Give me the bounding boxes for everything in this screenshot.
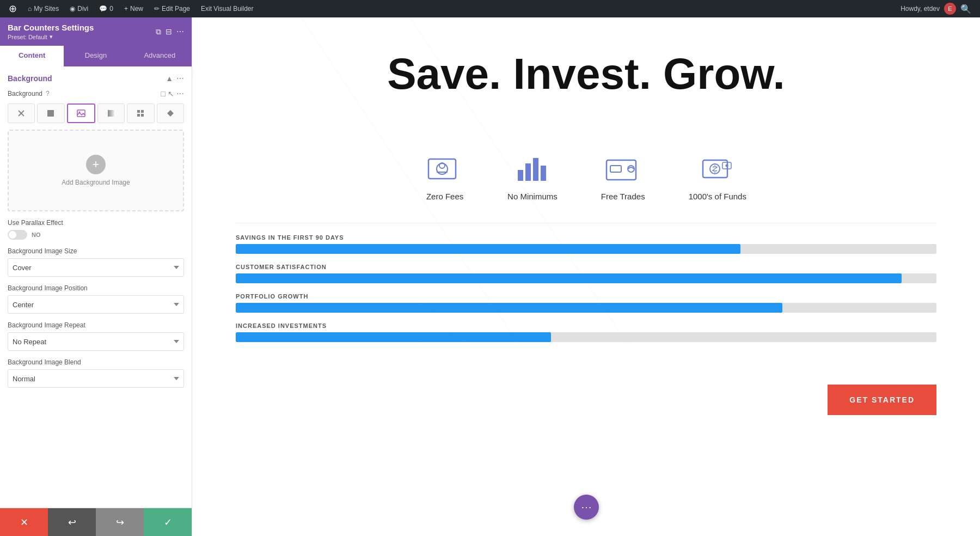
desktop-icon[interactable]: □ xyxy=(161,89,166,98)
cancel-button[interactable]: ✕ xyxy=(0,508,48,536)
edit-page-btn[interactable]: ✏ Edit Page xyxy=(150,0,194,17)
background-row-icons: □ ↖ ⋯ xyxy=(161,89,184,98)
stat-bar-fill-0 xyxy=(236,244,740,254)
fab-button[interactable]: ⋯ xyxy=(574,495,599,520)
bg-repeat-select[interactable]: No Repeat Repeat Repeat X Repeat Y Space… xyxy=(8,332,184,351)
tab-content[interactable]: Content xyxy=(0,46,64,66)
svg-rect-8 xyxy=(137,114,140,117)
background-row: Background ? □ ↖ ⋯ xyxy=(8,89,184,98)
stat-label-2: PORTFOLIO GROWTH xyxy=(236,293,936,300)
svg-rect-23 xyxy=(541,166,546,181)
stat-bar-fill-2 xyxy=(236,303,782,313)
main-layout: Bar Counters Settings Preset: Default ▾ … xyxy=(0,17,980,536)
comment-icon: 💬 xyxy=(99,5,107,13)
undo-button[interactable]: ↩ xyxy=(48,508,96,536)
no-minimums-icon xyxy=(513,153,552,185)
cta-button[interactable]: GET STARTED xyxy=(828,385,936,415)
cancel-icon: ✕ xyxy=(20,516,28,528)
collapse-icon[interactable]: ▲ xyxy=(166,74,173,83)
svg-rect-5 xyxy=(108,110,114,117)
stats-section: SAVINGS IN THE FIRST 90 DAYS CUSTOMER SA… xyxy=(192,223,980,374)
parallax-toggle-label: NO xyxy=(32,232,41,238)
plus-icon: + xyxy=(124,5,128,13)
user-avatar-icon: E xyxy=(944,3,956,15)
pencil-icon: ✏ xyxy=(154,5,160,13)
stat-bar-fill-3 xyxy=(236,332,551,342)
zero-fees-icon xyxy=(426,153,464,185)
bg-type-gradient[interactable] xyxy=(97,103,125,123)
sidebar-body: Background ▲ ⋯ Background ? □ ↖ ⋯ xyxy=(0,66,192,508)
background-image-upload[interactable]: + Add Background Image xyxy=(8,130,184,211)
hero-section: Save. Invest. Grow. xyxy=(192,17,980,142)
new-menu[interactable]: + New xyxy=(120,0,148,17)
more-icon[interactable]: ⋯ xyxy=(176,89,184,98)
free-trades-icon xyxy=(604,153,642,185)
save-button[interactable]: ✓ xyxy=(144,508,192,536)
stat-bar-bg-2 xyxy=(236,303,936,313)
section-header-controls: ▲ ⋯ xyxy=(166,74,184,83)
svg-rect-9 xyxy=(141,114,144,117)
sidebar-header-controls: ⧉ ⊟ ⋯ xyxy=(156,27,184,36)
bg-type-pattern[interactable] xyxy=(127,103,154,123)
bg-repeat-label: Background Image Repeat xyxy=(8,321,184,329)
bg-blend-select[interactable]: Normal Multiply Screen Overlay Darken Li… xyxy=(8,369,184,388)
svg-rect-21 xyxy=(525,163,531,181)
tab-design[interactable]: Design xyxy=(64,46,127,66)
undo-icon: ↩ xyxy=(68,516,76,528)
window-icon[interactable]: ⧉ xyxy=(156,27,161,36)
tab-advanced[interactable]: Advanced xyxy=(128,46,192,66)
bg-size-label: Background Image Size xyxy=(8,247,184,255)
bg-size-field: Background Image Size Cover Contain Auto… xyxy=(8,247,184,277)
stat-bar-bg-1 xyxy=(236,273,936,283)
sidebar-preset[interactable]: Preset: Default ▾ xyxy=(8,33,94,40)
bg-size-select[interactable]: Cover Contain Auto Custom xyxy=(8,258,184,277)
bg-type-mask[interactable] xyxy=(157,103,184,123)
stat-row-1: CUSTOMER SATISFACTION xyxy=(236,264,936,283)
comments-menu[interactable]: 💬 0 xyxy=(95,0,118,17)
parallax-toggle[interactable] xyxy=(8,230,27,240)
bg-type-image[interactable] xyxy=(67,103,95,123)
exit-builder-btn[interactable]: Exit Visual Builder xyxy=(197,0,258,17)
parallax-toggle-row: NO xyxy=(8,230,184,240)
sidebar-title: Bar Counters Settings xyxy=(8,23,94,32)
divi-icon: ◉ xyxy=(70,5,75,13)
canvas: Save. Invest. Grow. Zero Fees xyxy=(192,17,980,536)
zero-fees-label: Zero Fees xyxy=(426,192,463,201)
my-sites-menu[interactable]: ⌂ My Sites xyxy=(23,0,63,17)
no-minimums-label: No Minimums xyxy=(507,192,558,201)
search-icon[interactable]: 🔍 xyxy=(960,4,971,14)
features-section: Zero Fees No Minimums xyxy=(192,142,980,223)
divi-menu[interactable]: ◉ Divi xyxy=(65,0,93,17)
help-icon[interactable]: ? xyxy=(46,90,50,98)
stat-bar-bg-3 xyxy=(236,332,936,342)
wp-logo-icon[interactable]: ⊕ xyxy=(4,3,21,15)
section-options-icon[interactable]: ⋯ xyxy=(176,74,184,83)
feature-funds: 1000's of Funds xyxy=(689,153,746,201)
redo-icon: ↪ xyxy=(116,516,124,528)
checkmark-icon: ✓ xyxy=(164,516,172,528)
parallax-label: Use Parallax Effect xyxy=(8,219,184,227)
bg-type-none[interactable] xyxy=(8,103,35,123)
background-label: Background xyxy=(8,90,42,98)
free-trades-label: Free Trades xyxy=(601,192,645,201)
parallax-field: Use Parallax Effect NO xyxy=(8,219,184,240)
hero-title: Save. Invest. Grow. xyxy=(236,50,936,98)
home-icon: ⌂ xyxy=(28,5,32,13)
panel-icon[interactable]: ⊟ xyxy=(166,27,172,36)
more-options-icon[interactable]: ⋯ xyxy=(176,27,184,36)
bg-position-field: Background Image Position Center Top Lef… xyxy=(8,284,184,314)
bg-position-select[interactable]: Center Top Left Top Center Top Right Cen… xyxy=(8,295,184,314)
svg-rect-20 xyxy=(518,170,523,181)
canvas-content: Save. Invest. Grow. Zero Fees xyxy=(192,17,980,536)
cursor-icon[interactable]: ↖ xyxy=(168,89,174,98)
redo-button[interactable]: ↪ xyxy=(96,508,144,536)
background-type-selector xyxy=(8,103,184,123)
svg-rect-25 xyxy=(610,166,621,172)
fab-icon: ⋯ xyxy=(581,501,592,514)
svg-rect-2 xyxy=(47,110,54,117)
stat-row-2: PORTFOLIO GROWTH xyxy=(236,293,936,313)
stat-label-1: CUSTOMER SATISFACTION xyxy=(236,264,936,270)
svg-rect-6 xyxy=(137,110,140,113)
stat-label-3: INCREASED INVESTMENTS xyxy=(236,322,936,329)
bg-type-color[interactable] xyxy=(37,103,64,123)
